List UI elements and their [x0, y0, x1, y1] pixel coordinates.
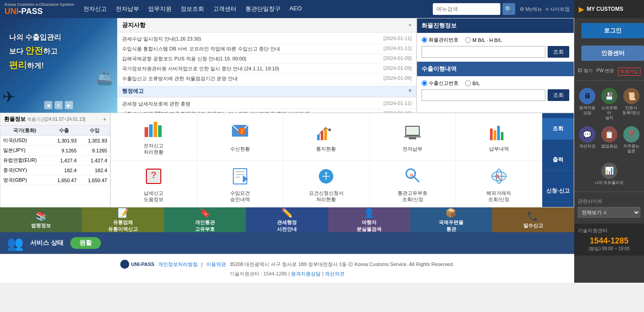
quicklink-0[interactable]: 전자신고처리현황: [111, 113, 197, 161]
sidebar-icon-suggest[interactable]: 💬 개선의견: [576, 124, 598, 156]
exchange-country-0: 미국(USD): [0, 136, 49, 146]
quicklink-9[interactable]: 해외거래처조회/신정: [456, 161, 542, 208]
nav-info[interactable]: 정보조회: [181, 5, 204, 13]
footer-terms[interactable]: 이용약관: [206, 261, 226, 268]
cargo-input[interactable]: [422, 46, 545, 58]
notice-text-2[interactable]: 김해국제공항 공항코드 PUS 적용 신청 안내(1.19, 00:00): [122, 55, 246, 62]
banner-pause[interactable]: ⏸: [54, 101, 63, 109]
search-input[interactable]: [433, 3, 500, 15]
sidebar-icon-popup[interactable]: 📋 팝업응답: [599, 124, 620, 156]
nav-epay[interactable]: 전자납부: [116, 5, 139, 13]
exchange-export-3: 182.4: [49, 165, 79, 175]
svg-rect-16: [494, 130, 496, 140]
sidebar-icon-cert[interactable]: 📜 인증서등록/갱신: [621, 85, 642, 123]
bottom-tab-label-1: 유통업체유통이역신고: [108, 219, 138, 232]
sidebar-icon-software[interactable]: 💾 소프트웨어설치: [599, 85, 620, 123]
sidebar-icon-portfolio[interactable]: 📊 나의 포트폴리오: [576, 160, 642, 188]
footer-suggest[interactable]: 개선의견: [325, 271, 345, 276]
quicklink-icon-3: [401, 121, 424, 143]
quicklink-icon-1: 2: [229, 121, 251, 143]
bottom-tab-4[interactable]: 👤 여행자분실물검색: [328, 207, 410, 232]
quicklink-icon-2: [315, 121, 337, 143]
nav-support[interactable]: 업무지원: [148, 5, 172, 13]
alert-text-0[interactable]: 관세청 납세자보호에 관한 훈령: [122, 101, 190, 107]
quicklink-2[interactable]: 통지현황: [283, 113, 370, 161]
svg-text:?: ?: [151, 170, 156, 180]
quicklink-4[interactable]: 납부내역: [456, 113, 542, 161]
nav-single[interactable]: 통관단일창구: [245, 5, 281, 13]
login-button[interactable]: 로그인: [581, 23, 644, 38]
bottom-tab-0[interactable]: 📚 법령정보: [0, 207, 82, 232]
notice-text-3[interactable]: 국가정보자원관리원 서비작업으로 인한 일시 중단 안내 (24.1.11, 1…: [122, 65, 279, 72]
site-map-btn[interactable]: ≡ 사이트맵: [546, 6, 570, 13]
join-link[interactable]: 회원가입: [618, 68, 640, 76]
my-portfolio-section: 📊 나의 포트폴리오: [574, 159, 644, 189]
cargo-radio-2[interactable]: M B/L · H B/L: [465, 37, 502, 43]
quicklink-icon-5: ?: [142, 165, 165, 188]
notice-text-4[interactable]: 수출입신고 오류방지에 관한 자율점검기간 운영 안내: [122, 75, 238, 82]
notice-text-1[interactable]: 수입식품 통합시스템 DB 서버 오프라인 작업에 따른 수입신고 중단 안내: [122, 46, 280, 52]
banner-section: 나의 수출입관리 보다 안전하고 편리하게! ✈ 🚢 ◀ ⏸ ▶ 공지: [0, 18, 574, 113]
quicklink-1[interactable]: 2 수신현황: [197, 113, 284, 161]
related-sites: 관련사이트 전체보기 ∧: [574, 194, 644, 221]
alert-plus[interactable]: +: [408, 87, 412, 95]
exchange-plus[interactable]: +: [103, 116, 106, 123]
exchange-col-country: 국가(통화): [0, 126, 49, 136]
nav-esubmit[interactable]: 전자신고: [83, 5, 107, 13]
cargo-radio-1[interactable]: 화물관리번호: [422, 37, 458, 43]
bottom-tab-5[interactable]: 📦 국제우편물통관: [410, 207, 492, 232]
quicklink-icon-9: [488, 165, 510, 188]
cert-btn-container: 인증센터: [578, 43, 640, 63]
svg-rect-2: [154, 122, 157, 137]
svg-point-10: [328, 128, 331, 131]
cert-button[interactable]: 인증센터: [581, 46, 644, 61]
nav-aeo[interactable]: AEO: [290, 5, 302, 13]
logo[interactable]: Korea Customs e-Clearance System UNI-PAS…: [5, 2, 74, 16]
notice-list: 관세수납 일시정지 안내(1.26 23:30) [2024-01-11] 수입…: [118, 32, 416, 86]
notice-plus[interactable]: +: [408, 22, 412, 28]
bottom-tab-3[interactable]: ✏️ 관세행정사전안내: [246, 207, 328, 232]
exchange-import-1: 9.1265: [79, 146, 110, 156]
quicklink-5[interactable]: ? 납세신고도움정보: [111, 161, 197, 208]
related-sites-select[interactable]: 전체보기 ∧: [578, 207, 640, 218]
notice-text-0[interactable]: 관세수납 일시정지 안내(1.26 23:30): [122, 36, 201, 42]
quicklink-3[interactable]: 전자납부: [370, 113, 456, 161]
login-btn-container: 로그인: [578, 21, 640, 41]
my-menu-btn[interactable]: ⚙ My메뉴: [520, 6, 542, 13]
banner-prev[interactable]: ◀: [44, 101, 52, 109]
search-button[interactable]: 🔍: [503, 3, 515, 15]
notice-item-1: 수입식품 통합시스템 DB 서버 오프라인 작업에 따른 수입신고 중단 안내 …: [118, 44, 416, 54]
bottom-tab-1[interactable]: 📝 유통업체유통이역신고: [82, 207, 164, 232]
exchange-country-1: 일본(JPY): [0, 146, 49, 156]
exchange-export-1: 9.1265: [49, 146, 79, 156]
banner-next[interactable]: ▶: [65, 101, 73, 109]
sidebar-icon-faq[interactable]: ❓ 자주묻는질문: [621, 124, 642, 156]
action-tab-1[interactable]: 출력: [542, 149, 574, 171]
export-radio-2[interactable]: B/L: [465, 80, 480, 86]
sidebar-icon-remote[interactable]: 🖥 원격지원상담: [576, 85, 598, 123]
exchange-col-import: 수입: [79, 126, 110, 136]
exchange-import-0: 1,301.93: [79, 136, 110, 146]
cargo-search-btn[interactable]: 조회: [548, 46, 569, 58]
export-radio-1[interactable]: 수출신고번호: [422, 80, 458, 87]
quicklink-6[interactable]: 수입요건승인내역: [197, 161, 284, 208]
action-tab-2[interactable]: 신청·신고: [542, 180, 574, 202]
export-search-btn[interactable]: 조회: [548, 89, 569, 101]
quicklink-8[interactable]: 통관고유부호조회/신정: [370, 161, 456, 208]
exchange-export-0: 1,301.93: [49, 136, 79, 146]
service-label: 서비스 상태: [30, 239, 63, 247]
notice-date-1: [2024-01-11]: [384, 46, 412, 52]
bottom-tab-2[interactable]: 🔖 개인통관고유부호: [164, 207, 246, 232]
find-id-link[interactable]: ID 찾기: [578, 68, 593, 76]
find-pw-link[interactable]: PW 변경: [596, 68, 614, 76]
footer-counsel[interactable]: 원격지원상담: [291, 271, 321, 276]
nav-customer[interactable]: 고객센터: [213, 5, 236, 13]
action-tab-0[interactable]: 조회: [542, 118, 574, 140]
export-input[interactable]: [422, 89, 545, 101]
support-phone[interactable]: 1544-1285: [578, 236, 640, 246]
quicklink-7[interactable]: % 요건신청신청서처리현황: [283, 161, 370, 208]
bottom-tab-6[interactable]: 📞 밀수신고: [492, 207, 574, 232]
service-icon: 👥: [7, 235, 23, 251]
quicklink-label-8: 통관고유부호조회/신정: [398, 190, 427, 203]
footer-privacy[interactable]: 개인정보처리방침: [158, 261, 198, 268]
